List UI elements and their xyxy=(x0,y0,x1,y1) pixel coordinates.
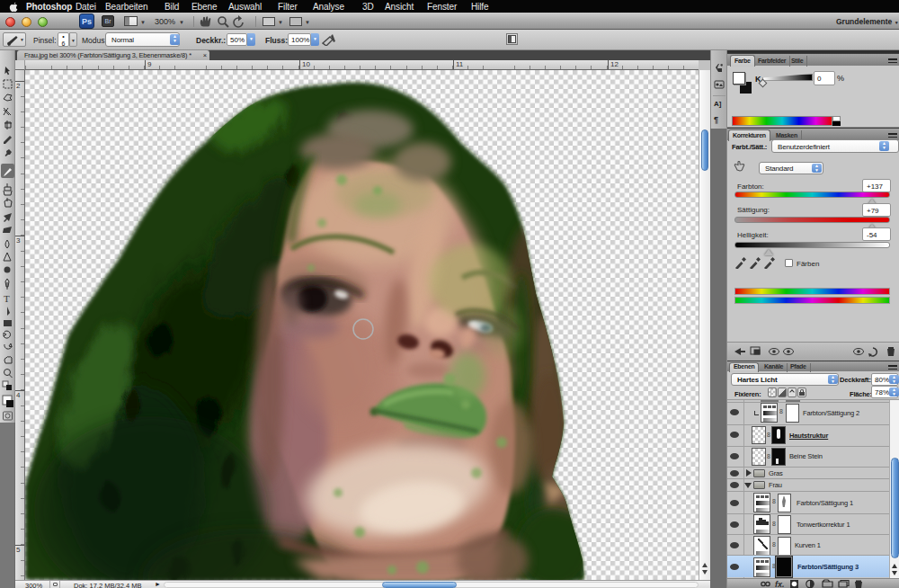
svg-text:fx.: fx. xyxy=(775,580,785,588)
svg-text:T: T xyxy=(4,293,10,304)
